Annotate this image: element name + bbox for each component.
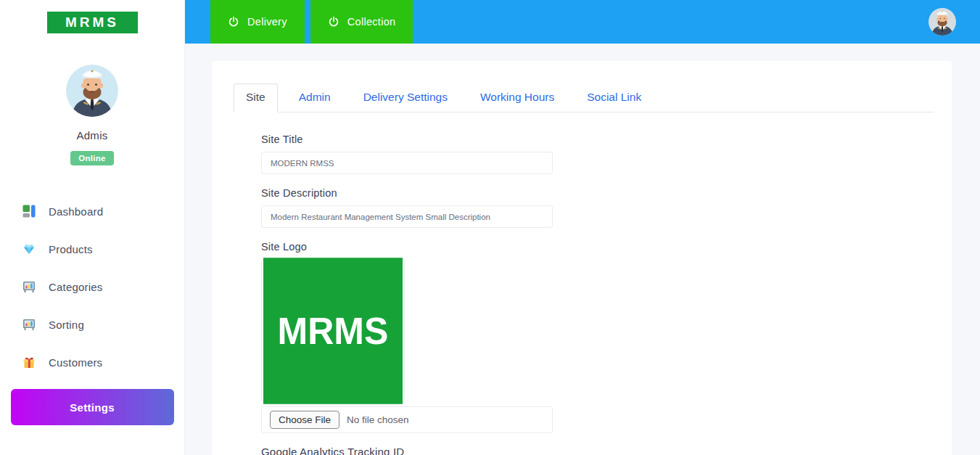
file-chosen-status: No file chosen bbox=[347, 414, 409, 425]
sidebar-item-sorting[interactable]: Sorting bbox=[0, 306, 184, 343]
chart-board-icon bbox=[22, 280, 36, 293]
sidebar-item-customers[interactable]: Customers bbox=[0, 343, 184, 381]
user-name: Admis bbox=[0, 129, 184, 142]
status-badge: Online bbox=[70, 151, 114, 165]
topbar-spacer bbox=[413, 0, 928, 44]
sidebar-menu: Dashboard Products bbox=[0, 192, 184, 381]
site-logo-label: Site Logo bbox=[261, 241, 952, 253]
app-root: MRMS Admis Online Dashboard bbox=[0, 0, 980, 455]
settings-button[interactable]: Settings bbox=[11, 389, 174, 425]
chart-board-icon bbox=[22, 318, 36, 331]
power-icon bbox=[328, 16, 339, 28]
sidebar-item-dashboard[interactable]: Dashboard bbox=[0, 192, 184, 230]
sidebar-item-categories[interactable]: Categories bbox=[0, 268, 184, 306]
delivery-button-label: Delivery bbox=[247, 16, 287, 28]
tab-delivery-settings[interactable]: Delivery Settings bbox=[352, 84, 459, 112]
site-title-label: Site Title bbox=[261, 134, 952, 145]
site-title-input[interactable] bbox=[261, 152, 553, 174]
tab-social-link[interactable]: Social Link bbox=[575, 84, 653, 112]
captain-avatar-icon bbox=[928, 8, 956, 36]
settings-card: Site Admin Delivery Settings Working Hou… bbox=[212, 61, 952, 455]
site-description-label: Site Description bbox=[261, 187, 952, 199]
tab-admin[interactable]: Admin bbox=[287, 84, 342, 112]
sidebar-item-products[interactable]: Products bbox=[0, 230, 184, 268]
collection-button-label: Collection bbox=[347, 16, 396, 28]
sidebar: MRMS Admis Online Dashboard bbox=[0, 0, 185, 455]
gift-icon bbox=[22, 356, 36, 369]
tab-site[interactable]: Site bbox=[234, 83, 278, 112]
sidebar-item-label: Sorting bbox=[49, 319, 84, 331]
main-content: Site Admin Delivery Settings Working Hou… bbox=[185, 44, 980, 455]
delivery-toggle-button[interactable]: Delivery bbox=[210, 0, 305, 44]
settings-tabs: Site Admin Delivery Settings Working Hou… bbox=[234, 61, 934, 112]
brand-logo[interactable]: MRMS bbox=[47, 12, 138, 33]
choose-file-button[interactable]: Choose File bbox=[270, 411, 339, 429]
site-settings-form: Site Title Site Description Site Logo MR… bbox=[212, 112, 952, 455]
tab-working-hours[interactable]: Working Hours bbox=[469, 84, 566, 112]
sidebar-item-label: Dashboard bbox=[49, 205, 103, 218]
collection-toggle-button[interactable]: Collection bbox=[310, 0, 413, 44]
power-icon bbox=[228, 16, 239, 28]
site-description-input[interactable] bbox=[261, 205, 553, 228]
sidebar-item-label: Categories bbox=[49, 281, 103, 293]
google-analytics-label: Google Analytics Tracking ID bbox=[261, 446, 952, 455]
sidebar-item-label: Customers bbox=[49, 356, 102, 369]
user-avatar bbox=[66, 65, 118, 117]
logo-file-input[interactable]: Choose File No file chosen bbox=[261, 406, 553, 433]
captain-avatar-icon bbox=[66, 65, 118, 117]
site-logo-image: MRMS bbox=[263, 258, 403, 404]
topbar-user-avatar[interactable] bbox=[928, 8, 956, 36]
topbar: Delivery Collection bbox=[185, 0, 980, 44]
site-logo-preview: MRMS bbox=[261, 259, 405, 403]
dashboard-icon bbox=[22, 205, 36, 218]
gem-icon bbox=[22, 242, 36, 255]
sidebar-item-label: Products bbox=[49, 243, 93, 255]
